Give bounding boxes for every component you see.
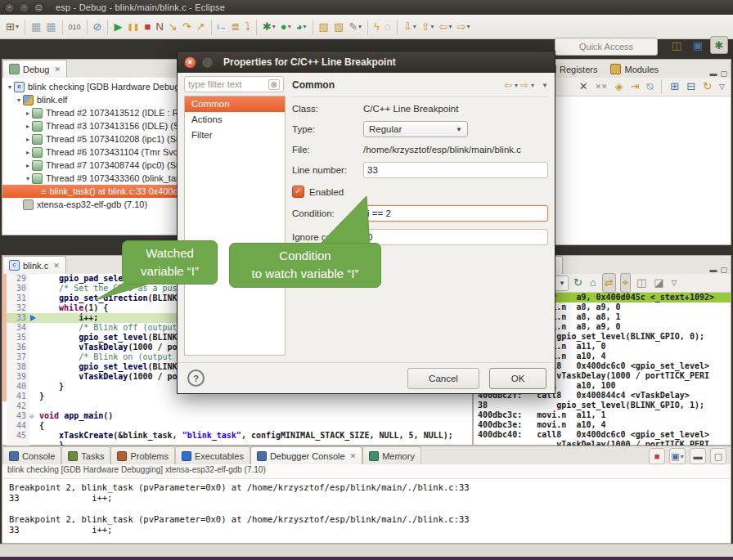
tab-executables[interactable]: Executables [175,446,250,464]
condition-input[interactable] [363,205,548,222]
home-button[interactable]: ⌂ [588,274,598,292]
minimize-disassembly-icon[interactable]: ▬ [709,266,717,274]
dialog-back-icon[interactable]: ⇦ [504,79,512,91]
quick-access-button[interactable]: Quick Access [555,38,658,56]
editor-line[interactable]: 44{ [2,421,472,431]
step-return-button[interactable]: ↗ [195,18,207,36]
dialog-close-icon[interactable]: × [184,56,196,69]
display-selected-console-button[interactable]: ▣▾ [669,448,686,464]
view-menu-button[interactable]: ▽ [717,78,726,96]
suspend-button[interactable]: ❚❚ [125,18,141,36]
step-over-button[interactable]: ↷ [181,18,193,36]
instruction-stepping-button[interactable]: i→ [216,18,228,36]
debug-perspective-button[interactable]: ✱ [710,36,728,54]
tab-tasks[interactable]: Tasks [61,446,110,464]
open-perspective-button[interactable]: ◫ [668,36,686,54]
skip-all-breakpoints-button[interactable]: ⊘ [92,18,104,36]
forward-button[interactable]: ⇨▾ [456,18,472,36]
drop-to-frame-button[interactable]: ⤵ [243,18,252,36]
tab-console[interactable]: Console [2,446,61,464]
debug-tree-row[interactable]: xtensa-esp32-elf-gdb (7.10) [2,198,178,211]
new-view-button[interactable]: ◫ [635,274,648,292]
step-into-button[interactable]: ↘ [167,18,179,36]
dialog-forward-icon[interactable]: ⇨ [520,79,528,91]
help-icon[interactable]: ? [187,370,205,387]
window-maximize-icon[interactable]: ▢ [34,2,44,13]
window-close-icon[interactable]: × [4,2,15,13]
pin-editor-dropdown-icon[interactable]: ▾ [413,23,416,30]
new-wizard-dropdown-icon[interactable]: ▾ [16,23,19,30]
tab-debug-close-icon[interactable]: ✕ [54,65,61,74]
dialog-minimize-icon[interactable] [201,56,214,69]
cpp-perspective-button[interactable]: ▣ [689,36,707,54]
debug-tree-row[interactable]: ▸Thread #5 1073410208 (ipc1) (Susp [2,132,178,146]
mark-occurrences-dropdown-icon[interactable]: ▾ [358,23,362,30]
disassembly-line[interactable]: 400dbc40: call8 0x400dc6c0 <gpio_set_lev… [474,430,731,440]
fold-minus-icon[interactable]: ⊖ [29,412,34,420]
pin-view-button[interactable]: ◪ [652,274,665,292]
show-logical-structure-button[interactable]: ≣ [230,18,242,36]
disassembly-line[interactable]: 400dbc3e: movi.n a10, 4 [474,420,731,430]
tree-twisty-icon[interactable]: ▾ [6,83,14,91]
tree-twisty-icon[interactable]: ▸ [24,136,32,143]
window-minimize-icon[interactable]: − [19,2,29,13]
open-folder-button[interactable]: ▨ [317,18,331,36]
type-dropdown-arrow-icon[interactable]: ▼ [456,126,462,133]
debug-tree-row[interactable]: ▾Thread #9 1073433360 (blink_task [2,172,178,185]
tab-blink-c-close-icon[interactable]: ✕ [53,262,60,270]
resume-button[interactable]: ▶ [112,18,124,36]
console-tab-close-icon[interactable]: ✕ [350,452,357,460]
pin-editor-button[interactable]: ⇩▾ [402,18,418,36]
dialog-nav-common[interactable]: Common [185,96,285,112]
external-tools-dropdown-icon[interactable]: ▾ [304,23,307,30]
save-button[interactable]: ▦ [29,18,43,36]
debug-tree-row[interactable]: ≡blink_task() at blink.c:33 0x400db [2,185,178,198]
last-edit-location-button[interactable]: ⇧▾ [420,18,436,36]
debug-tree-row[interactable]: ▾cblink checking [GDB Hardware Debug [2,80,178,93]
remove-all-breakpoints-button[interactable]: ✕✕ [594,78,609,96]
tree-twisty-icon[interactable]: ▸ [24,162,32,169]
open-resource-button[interactable]: ▨ [332,18,345,36]
tree-twisty-icon[interactable]: ▾ [24,175,32,182]
debug-tree-row[interactable]: ▾blink.elf [2,93,178,106]
expand-all-button[interactable]: ⊞ [668,78,681,96]
tab-debug[interactable]: Debug ✕ [2,60,67,78]
debug-tree-row[interactable]: ▸Thread #3 1073413156 (IDLE) (Susp [2,119,178,132]
back-button[interactable]: ⇦▾ [438,18,454,36]
tree-twisty-icon[interactable]: ▸ [24,149,32,156]
debug-tree-row[interactable]: ▸Thread #7 1073408744 (ipc0) (Susp [2,159,178,172]
remove-selected-breakpoint-button[interactable]: ✕ [578,78,590,96]
tab-modules[interactable]: Modules [604,60,665,78]
tab-blink-c[interactable]: c blink.c ✕ [2,256,66,274]
show-breakpoints-for-button[interactable]: ◈ [614,78,625,96]
run-dropdown-icon[interactable]: ▾ [288,23,291,30]
dialog-forward-dropdown-icon[interactable]: ▾ [531,82,534,89]
terminate-console-button[interactable]: ■ [649,448,665,464]
debug-dropdown-icon[interactable]: ▾ [272,23,276,30]
cancel-button[interactable]: Cancel [407,368,479,389]
maximize-view-icon[interactable]: ▢ [720,69,727,78]
editor-line[interactable]: 45 xTaskCreate(&blink_task, "blink_task"… [2,431,472,441]
line-number-input[interactable] [363,162,548,178]
location-combo-dropdown-icon[interactable]: ▼ [559,280,565,287]
link-with-debug-button[interactable]: ↻ [701,78,713,96]
view-menu-button[interactable]: ▽ [670,274,679,292]
debug-button[interactable]: ✱▾ [261,18,277,36]
external-tools-button[interactable]: ◕▾ [295,18,308,36]
enabled-checkbox[interactable]: ✓ [292,186,304,198]
back-dropdown-icon[interactable]: ▾ [448,23,452,30]
run-button[interactable]: ●▾ [279,18,293,36]
tab-debugger-console[interactable]: Debugger Console✕ [250,446,362,464]
new-wizard-button[interactable]: ⊞▾ [4,18,20,36]
disconnect-button[interactable]: N [154,18,164,36]
maximize-disassembly-icon[interactable]: ▢ [720,266,727,274]
dialog-menu-icon[interactable]: ▼ [542,82,548,89]
type-dropdown[interactable]: Regular ▼ [363,121,468,137]
editor-line[interactable]: 43⊖void app_main() [2,411,472,421]
mark-occurrences-button[interactable]: ✎▾ [347,18,363,36]
ok-button[interactable]: OK [489,368,546,389]
go-to-file-button[interactable]: ⇥ [629,78,641,96]
skip-breakpoints-button[interactable]: ⍉ [645,78,655,96]
debug-tree-row[interactable]: ▸Thread #6 1073431104 (Tmr Svc) (S [2,146,178,159]
dialog-back-dropdown-icon[interactable]: ▾ [515,82,518,89]
